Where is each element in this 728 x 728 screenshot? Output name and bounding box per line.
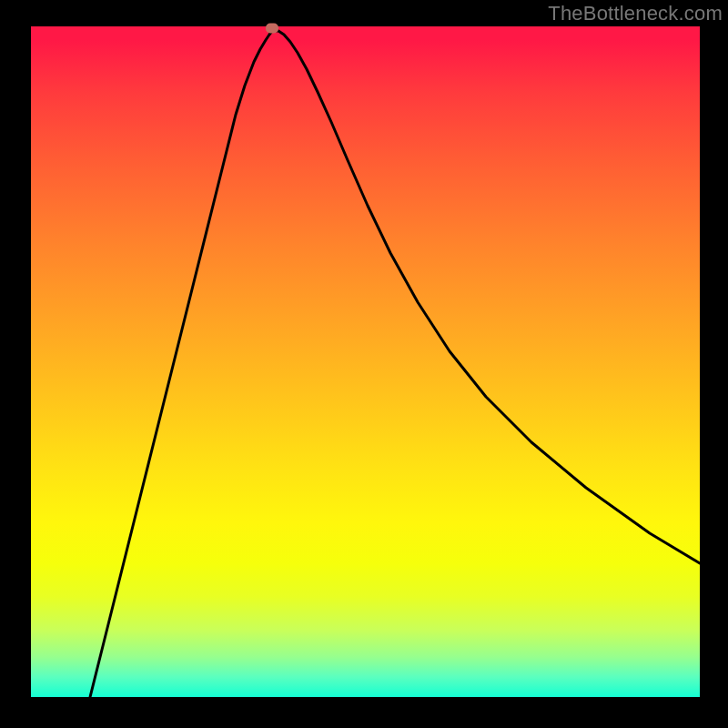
- bottleneck-curve-path: [90, 31, 700, 697]
- minimum-marker: [266, 24, 278, 34]
- attribution-text: TheBottleneck.com: [548, 2, 723, 25]
- curve-layer: [31, 26, 700, 697]
- chart-container: TheBottleneck.com: [0, 0, 728, 728]
